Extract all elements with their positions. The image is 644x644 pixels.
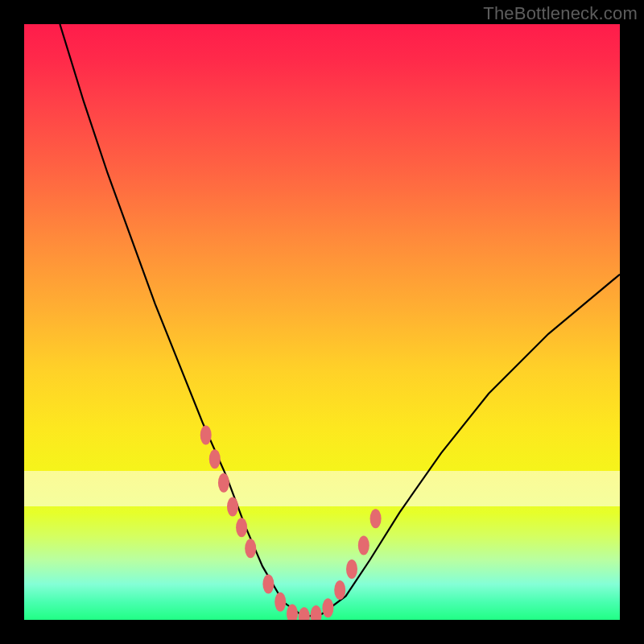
data-marker — [236, 518, 247, 537]
watermark-text: TheBottleneck.com — [483, 3, 638, 24]
plot-area — [24, 24, 620, 620]
curve-layer — [24, 24, 620, 620]
data-marker — [209, 449, 221, 469]
data-marker — [334, 580, 345, 600]
data-marker — [218, 473, 229, 493]
data-marker — [322, 598, 333, 617]
chart-stage: TheBottleneck.com — [0, 0, 644, 644]
bottleneck-curve — [60, 24, 620, 617]
data-marker — [346, 559, 357, 579]
data-marker — [200, 426, 212, 445]
data-marker — [311, 605, 322, 620]
data-marker — [370, 509, 382, 528]
data-marker — [245, 539, 256, 558]
marker-group — [200, 426, 382, 620]
data-marker — [358, 536, 369, 555]
data-marker — [275, 592, 286, 612]
data-marker — [227, 497, 238, 516]
data-marker — [299, 607, 310, 620]
data-marker — [262, 575, 274, 594]
